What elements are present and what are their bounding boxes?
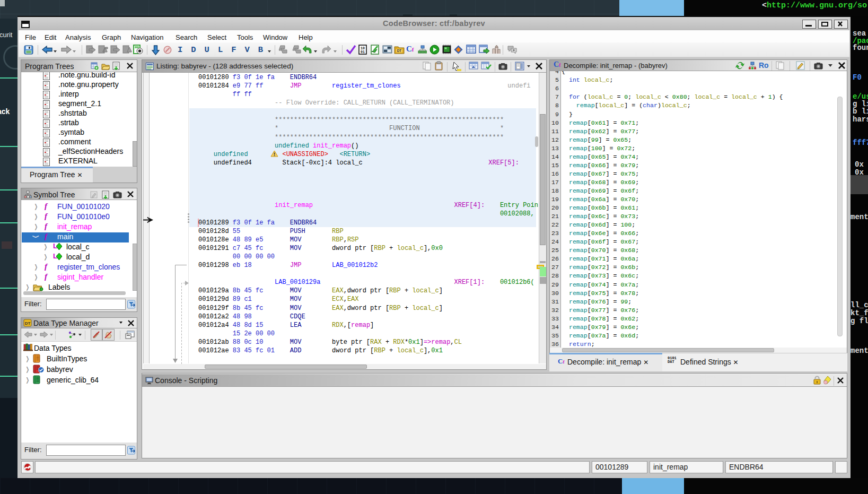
svg-text:DT: DT — [25, 321, 31, 326]
svg-text:01: 01 — [361, 50, 365, 54]
svg-text:10: 10 — [361, 47, 365, 50]
svg-text:DT: DT — [397, 49, 402, 53]
